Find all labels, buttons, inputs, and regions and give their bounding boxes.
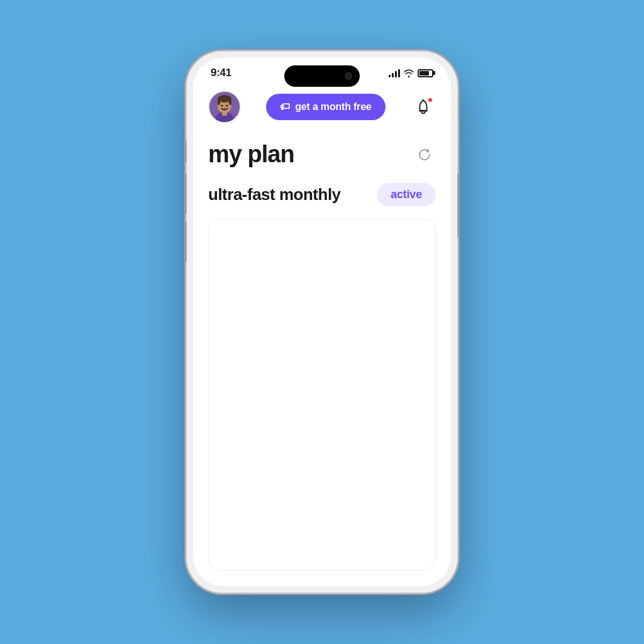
refresh-icon xyxy=(416,146,433,164)
header-row: 🏷 get a month free xyxy=(208,91,436,123)
camera-dot xyxy=(345,72,352,80)
notification-button[interactable] xyxy=(411,94,436,119)
svg-point-7 xyxy=(221,105,223,107)
dynamic-island xyxy=(284,65,360,87)
volume-down-button xyxy=(184,221,187,262)
app-content: 🏷 get a month free my plan xyxy=(193,83,451,586)
volume-up-button xyxy=(184,174,187,214)
tag-icon: 🏷 xyxy=(280,101,290,113)
battery-icon xyxy=(418,69,433,77)
status-bar: 9:41 xyxy=(193,58,451,83)
phone-wrapper: 9:41 xyxy=(187,52,457,592)
mute-button xyxy=(184,140,187,162)
content-card xyxy=(208,219,436,571)
svg-rect-5 xyxy=(218,99,220,105)
page-title: my plan xyxy=(208,141,294,168)
status-icons xyxy=(389,69,433,77)
battery-fill xyxy=(419,71,429,75)
svg-rect-6 xyxy=(229,99,231,105)
plan-name: ultra-fast monthly xyxy=(208,185,341,204)
status-time: 9:41 xyxy=(211,67,231,79)
notification-dot xyxy=(427,97,433,103)
avatar[interactable] xyxy=(208,91,241,123)
signal-bars-icon xyxy=(389,69,400,77)
refresh-button[interactable] xyxy=(413,143,436,166)
phone-screen: 9:41 xyxy=(193,58,451,586)
promo-button-label: get a month free xyxy=(295,101,371,113)
title-row: my plan xyxy=(208,141,436,168)
promo-button[interactable]: 🏷 get a month free xyxy=(266,94,385,120)
plan-row: ultra-fast monthly active xyxy=(208,183,436,206)
svg-point-8 xyxy=(226,105,228,107)
wifi-icon xyxy=(404,69,414,77)
power-button xyxy=(457,174,460,236)
active-badge: active xyxy=(377,183,436,206)
